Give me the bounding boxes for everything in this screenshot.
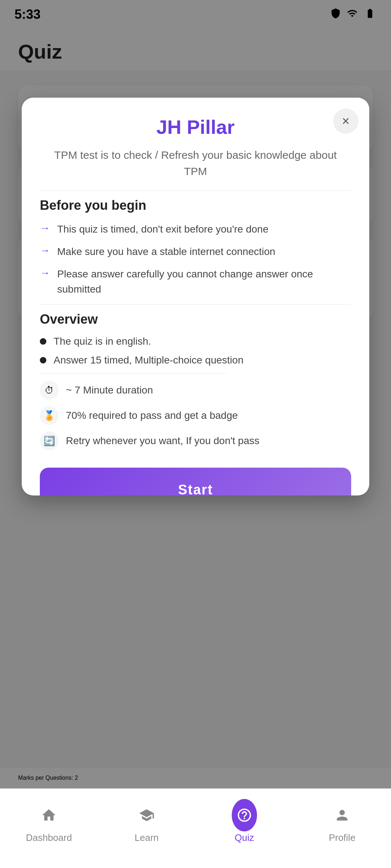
retry-icon: 🔄	[40, 431, 59, 450]
nav-item-quiz[interactable]: Quiz	[196, 803, 293, 843]
instruction-item-3: → Please answer carefully you cannot cha…	[40, 267, 351, 297]
arrow-icon-3: →	[40, 267, 50, 279]
instruction-item-2: → Make sure you have a stable internet c…	[40, 244, 351, 259]
start-button[interactable]: Start	[40, 468, 351, 495]
nav-label-quiz: Quiz	[235, 832, 254, 843]
nav-label-learn: Learn	[135, 832, 159, 843]
info-divider	[40, 373, 227, 374]
info-item-retry: 🔄 Retry whenever you want, If you don't …	[40, 431, 351, 450]
nav-label-dashboard: Dashboard	[26, 832, 72, 843]
overview-title: Overview	[40, 312, 351, 327]
nav-label-profile: Profile	[329, 832, 356, 843]
bottom-nav: Dashboard Learn Quiz Profile	[0, 788, 391, 868]
quiz-icon	[232, 803, 257, 828]
before-begin-title: Before you begin	[40, 198, 351, 213]
nav-item-profile[interactable]: Profile	[293, 803, 391, 843]
overview-item-2: Answer 15 timed, Multiple-choice questio…	[40, 354, 351, 366]
arrow-icon-1: →	[40, 222, 50, 234]
bullet-2	[40, 357, 46, 363]
nav-item-dashboard[interactable]: Dashboard	[0, 803, 98, 843]
bullet-1	[40, 338, 46, 345]
overview-item-1: The quiz is in english.	[40, 336, 351, 347]
modal-subtitle: TPM test is to check / Refresh your basi…	[40, 147, 351, 179]
close-button[interactable]: ×	[333, 109, 358, 134]
book-icon	[134, 803, 159, 828]
divider-1	[40, 190, 351, 191]
person-icon	[329, 803, 355, 828]
info-item-pass: 🏅 70% required to pass and get a badge	[40, 406, 351, 425]
instruction-item-1: → This quiz is timed, don't exit before …	[40, 222, 351, 237]
quiz-modal: × JH Pillar TPM test is to check / Refre…	[22, 98, 369, 495]
home-icon	[36, 803, 62, 828]
badge-icon: 🏅	[40, 406, 59, 425]
nav-item-learn[interactable]: Learn	[98, 803, 196, 843]
divider-2	[40, 304, 351, 305]
modal-title: JH Pillar	[40, 116, 351, 138]
info-item-duration: ⏱ ~ 7 Minute duration	[40, 381, 351, 400]
duration-icon: ⏱	[40, 381, 59, 400]
arrow-icon-2: →	[40, 245, 50, 256]
